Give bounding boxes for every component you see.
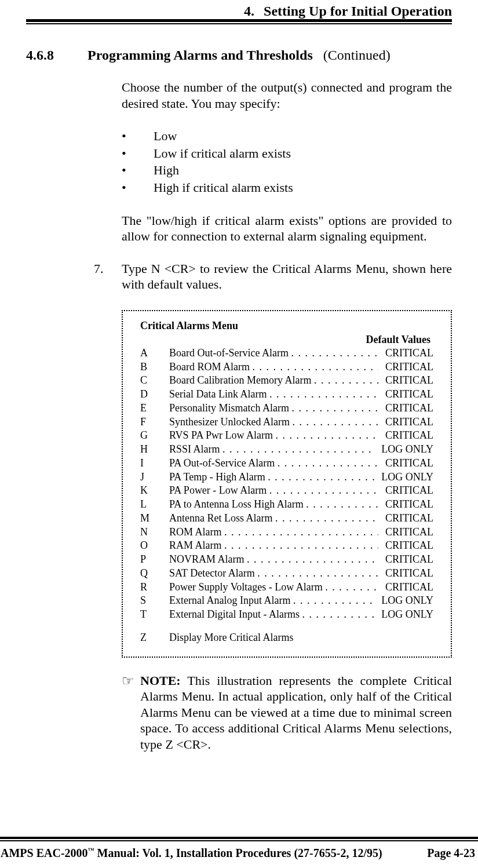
menu-item-label: ROM Alarm xyxy=(169,526,224,539)
menu-item-value: CRITICAL xyxy=(378,402,433,415)
menu-title: Critical Alarms Menu xyxy=(140,319,433,333)
menu-item-label: Board ROM Alarm xyxy=(169,360,253,374)
menu-item-letter: O xyxy=(140,539,169,553)
menu-item-value: LOG ONLY xyxy=(374,443,433,457)
bullet-item: High xyxy=(122,162,452,179)
chapter-title: Setting Up for Initial Operation xyxy=(264,3,452,19)
menu-item-row: JPA Temp - High Alarm LOG ONLY xyxy=(140,471,433,484)
menu-item-letter: F xyxy=(140,415,169,429)
menu-item-dots xyxy=(275,512,378,526)
menu-more-letter: Z xyxy=(140,631,169,645)
menu-item-label: PA to Antenna Loss High Alarm xyxy=(169,498,306,512)
pointing-hand-icon: ☞ xyxy=(122,674,140,753)
menu-item-letter: I xyxy=(140,457,169,471)
menu-item-value: CRITICAL xyxy=(378,581,433,595)
menu-item-dots xyxy=(247,553,378,567)
menu-item-dots xyxy=(325,581,378,595)
menu-item-label: Board Calibration Memory Alarm xyxy=(169,374,314,388)
menu-item-label: Power Supply Voltages - Low Alarm xyxy=(169,581,325,595)
menu-item-value: CRITICAL xyxy=(378,567,433,581)
menu-item-value: LOG ONLY xyxy=(374,594,433,608)
menu-item-label: RAM Alarm xyxy=(169,539,224,553)
menu-item-value: LOG ONLY xyxy=(374,608,433,622)
menu-item-row: HRSSI Alarm LOG ONLY xyxy=(140,443,433,457)
menu-item-label: Personality Mismatch Alarm xyxy=(169,402,291,415)
footer-left: AMPS EAC-2000™ Manual: Vol. 1, Installat… xyxy=(1,847,382,860)
menu-item-row: FSynthesizer Unlocked Alarm CRITICAL xyxy=(140,415,433,429)
menu-item-dots xyxy=(268,471,374,484)
menu-item-label: SAT Detector Alarm xyxy=(169,567,257,581)
menu-item-value: CRITICAL xyxy=(378,498,433,512)
menu-item-label: RSSI Alarm xyxy=(169,443,222,457)
menu-item-letter: D xyxy=(140,388,169,402)
note-text: NOTE: This illustration represents the c… xyxy=(140,673,452,753)
menu-item-dots xyxy=(224,539,378,553)
menu-item-label: PA Out-of-Service Alarm xyxy=(169,457,278,471)
menu-item-dots xyxy=(224,526,378,539)
menu-item-row: LPA to Antenna Loss High Alarm CRITICAL xyxy=(140,498,433,512)
menu-item-letter: N xyxy=(140,526,169,539)
menu-item-label: Serial Data Link Alarm xyxy=(169,388,269,402)
menu-item-value: LOG ONLY xyxy=(374,471,433,484)
menu-item-letter: L xyxy=(140,498,169,512)
menu-item-row: NROM Alarm CRITICAL xyxy=(140,526,433,539)
menu-item-row: KPA Power - Low Alarm CRITICAL xyxy=(140,484,433,498)
menu-item-letter: H xyxy=(140,443,169,457)
menu-item-label: PA Temp - High Alarm xyxy=(169,471,268,484)
menu-more-row: Z Display More Critical Alarms xyxy=(140,631,433,645)
section-number: 4.6.8 xyxy=(26,48,84,63)
section-title: Programming Alarms and Thresholds xyxy=(87,48,313,63)
note-command: Z <CR> xyxy=(165,737,207,752)
menu-item-row: CBoard Calibration Memory Alarm CRITICAL xyxy=(140,374,433,388)
menu-item-letter: B xyxy=(140,360,169,374)
menu-item-dots xyxy=(222,443,374,457)
section-continued: (Continued) xyxy=(316,48,391,63)
document-page: 4. Setting Up for Initial Operation 4.6.… xyxy=(0,0,478,868)
footer-manual-info: Manual: Vol. 1, Installation Procedures … xyxy=(94,847,382,859)
menu-item-value: CRITICAL xyxy=(378,388,433,402)
trademark-symbol: ™ xyxy=(88,847,94,854)
menu-item-dots xyxy=(292,415,378,429)
note-body-b: . xyxy=(208,737,211,752)
menu-item-value: CRITICAL xyxy=(378,429,433,443)
body-area: Choose the number of the output(s) conne… xyxy=(122,79,452,752)
menu-item-label: External Analog Input Alarm xyxy=(169,594,293,608)
menu-item-row: RPower Supply Voltages - Low Alarm CRITI… xyxy=(140,581,433,595)
menu-item-letter: P xyxy=(140,553,169,567)
critical-alarms-menu-box: Critical Alarms Menu Default Values ABoa… xyxy=(122,310,452,658)
menu-item-value: CRITICAL xyxy=(378,360,433,374)
menu-item-label: PA Power - Low Alarm xyxy=(169,484,269,498)
menu-item-row: QSAT Detector Alarm CRITICAL xyxy=(140,567,433,581)
menu-item-value: CRITICAL xyxy=(378,553,433,567)
menu-item-label: RVS PA Pwr Low Alarm xyxy=(169,429,275,443)
step-7: 7.Type N <CR> to review the Critical Ala… xyxy=(94,261,452,293)
menu-item-label: NOVRAM Alarm xyxy=(169,553,247,567)
menu-item-letter: R xyxy=(140,581,169,595)
footer-rule xyxy=(0,837,478,841)
menu-item-row: BBoard ROM Alarm CRITICAL xyxy=(140,360,433,374)
menu-item-value: CRITICAL xyxy=(378,415,433,429)
menu-item-dots xyxy=(275,429,378,443)
note-block: ☞ NOTE: This illustration represents the… xyxy=(122,673,452,753)
menu-item-letter: Q xyxy=(140,567,169,581)
menu-item-dots xyxy=(306,498,378,512)
bullet-item: Low xyxy=(122,127,452,145)
menu-item-value: CRITICAL xyxy=(378,512,433,526)
menu-item-letter: C xyxy=(140,374,169,388)
menu-item-label: Synthesizer Unlocked Alarm xyxy=(169,415,292,429)
menu-item-dots xyxy=(269,484,378,498)
note-label: NOTE: xyxy=(140,673,181,688)
menu-item-dots xyxy=(302,608,374,622)
paragraph-options: The "low/high if critical alarm exists" … xyxy=(122,213,452,245)
menu-item-dots xyxy=(269,388,378,402)
menu-item-value: CRITICAL xyxy=(378,457,433,471)
menu-item-dots xyxy=(278,457,378,471)
footer-page-number: Page 4-23 xyxy=(427,847,475,860)
menu-more-label: Display More Critical Alarms xyxy=(169,631,293,645)
menu-item-value: CRITICAL xyxy=(378,539,433,553)
menu-item-row: MAntenna Ret Loss Alarm CRITICAL xyxy=(140,512,433,526)
menu-item-letter: S xyxy=(140,594,169,608)
menu-item-label: External Digital Input - Alarms xyxy=(169,608,302,622)
menu-item-row: GRVS PA Pwr Low Alarm CRITICAL xyxy=(140,429,433,443)
menu-item-dots xyxy=(291,402,378,415)
